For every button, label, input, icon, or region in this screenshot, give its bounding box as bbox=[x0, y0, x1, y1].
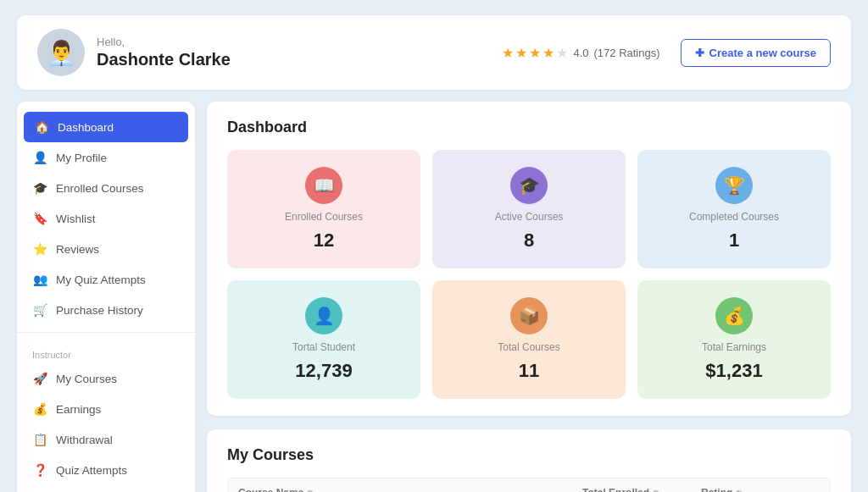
enrolled-stat-label: Enrolled Courses bbox=[285, 211, 363, 223]
create-course-button[interactable]: ✚ Create a new course bbox=[681, 39, 831, 67]
enrolled-stat-icon: 📖 bbox=[305, 167, 342, 204]
completed-stat-value: 1 bbox=[729, 229, 739, 252]
courses-table: Course Name ⇅ Total Enrolled ⇅ Rating ⇅ bbox=[227, 478, 831, 492]
sidebar-item-quiz-attempts-instructor[interactable]: ❓ Quiz Attempts bbox=[17, 455, 195, 485]
sidebar-item-my-courses[interactable]: 🚀 My Courses bbox=[17, 363, 195, 394]
sidebar-label-quiz-attempts: Quiz Attempts bbox=[56, 464, 127, 477]
stats-grid: 📖 Enrolled Courses 12 🎓 Active Courses 8… bbox=[227, 150, 831, 399]
sidebar-item-enrolled-courses[interactable]: 🎓 Enrolled Courses bbox=[17, 173, 195, 203]
sidebar-label-my-profile: My Profile bbox=[56, 152, 107, 164]
dashboard-icon: 🏠 bbox=[34, 120, 49, 134]
active-stat-label: Active Courses bbox=[495, 211, 564, 223]
stat-completed: 🏆 Completed Courses 1 bbox=[637, 150, 831, 268]
star-3: ★ bbox=[529, 45, 541, 61]
stat-total-student: 👤 Tortal Student 12,739 bbox=[227, 280, 420, 399]
my-courses-card: My Courses Course Name ⇅ Total Enrolled … bbox=[207, 429, 851, 492]
total-student-stat-label: Tortal Student bbox=[292, 341, 355, 353]
sidebar-item-qa[interactable]: 💬 Question & Answer bbox=[17, 485, 195, 492]
sidebar-label-purchase: Purchase History bbox=[56, 304, 143, 317]
stars: ★ ★ ★ ★ ★ bbox=[502, 45, 568, 61]
reviews-icon: ⭐ bbox=[32, 242, 47, 256]
content: Dashboard 📖 Enrolled Courses 12 🎓 Active… bbox=[207, 102, 851, 492]
sort-icon-name: ⇅ bbox=[307, 489, 314, 493]
dashboard-title: Dashboard bbox=[227, 119, 831, 136]
rating-value: 4.0 bbox=[573, 47, 588, 59]
sort-icon-enrolled: ⇅ bbox=[653, 489, 659, 493]
completed-stat-label: Completed Courses bbox=[689, 211, 779, 223]
header-right: ★ ★ ★ ★ ★ 4.0 (172 Ratings) ✚ Create a n… bbox=[502, 39, 831, 67]
sidebar-label-enrolled: Enrolled Courses bbox=[56, 182, 144, 195]
total-student-stat-value: 12,739 bbox=[295, 360, 352, 382]
sidebar-label-withdrawal: Withdrawal bbox=[56, 434, 113, 446]
quiz-icon: 👥 bbox=[32, 273, 47, 286]
main-layout: 🏠 Dashboard 👤 My Profile 🎓 Enrolled Cour… bbox=[17, 102, 851, 492]
sidebar: 🏠 Dashboard 👤 My Profile 🎓 Enrolled Cour… bbox=[17, 102, 195, 492]
instructor-section-label: Instructor bbox=[17, 340, 195, 363]
purchase-icon: 🛒 bbox=[32, 303, 47, 317]
header-left: 👨‍💼 Hello, Dashonte Clarke bbox=[37, 29, 231, 76]
sidebar-label-wishlist: Wishlist bbox=[56, 213, 96, 225]
dashboard-card: Dashboard 📖 Enrolled Courses 12 🎓 Active… bbox=[207, 102, 851, 416]
active-stat-value: 8 bbox=[524, 229, 534, 252]
table-header: Course Name ⇅ Total Enrolled ⇅ Rating ⇅ bbox=[227, 478, 831, 492]
col-course-name: Course Name ⇅ bbox=[238, 487, 582, 492]
greeting-name: Dashonte Clarke bbox=[97, 50, 231, 69]
total-courses-stat-value: 11 bbox=[519, 360, 539, 382]
profile-icon: 👤 bbox=[32, 151, 47, 164]
total-earnings-stat-value: $1,231 bbox=[705, 360, 762, 382]
stat-active: 🎓 Active Courses 8 bbox=[432, 150, 626, 268]
wishlist-icon: 🔖 bbox=[32, 212, 47, 225]
total-student-stat-icon: 👤 bbox=[305, 297, 342, 334]
total-earnings-stat-label: Total Earnings bbox=[702, 341, 766, 353]
sidebar-label-earnings: Earnings bbox=[56, 403, 101, 416]
col-rating: Rating ⇅ bbox=[701, 487, 820, 492]
sidebar-item-withdrawal[interactable]: 📋 Withdrawal bbox=[17, 424, 195, 455]
active-stat-icon: 🎓 bbox=[510, 167, 548, 204]
enrolled-stat-value: 12 bbox=[314, 229, 334, 252]
quiz-attempts-icon: ❓ bbox=[32, 463, 47, 477]
sidebar-label-quiz: My Quiz Attempts bbox=[56, 274, 146, 286]
earnings-icon: 💰 bbox=[32, 402, 47, 416]
greeting-hello: Hello, bbox=[97, 36, 231, 48]
sidebar-item-wishlist[interactable]: 🔖 Wishlist bbox=[17, 203, 195, 234]
my-courses-icon: 🚀 bbox=[32, 372, 47, 385]
star-4: ★ bbox=[542, 45, 554, 61]
sidebar-label-reviews: Reviews bbox=[56, 243, 99, 256]
total-courses-stat-label: Total Courses bbox=[498, 341, 559, 353]
my-courses-title: My Courses bbox=[227, 446, 831, 464]
stat-total-courses: 📦 Total Courses 11 bbox=[432, 280, 626, 399]
completed-stat-icon: 🏆 bbox=[715, 167, 753, 204]
sidebar-item-reviews[interactable]: ⭐ Reviews bbox=[17, 234, 195, 264]
sidebar-item-dashboard[interactable]: 🏠 Dashboard bbox=[24, 112, 188, 142]
col-total-enrolled: Total Enrolled ⇅ bbox=[582, 487, 701, 492]
sidebar-item-quiz-attempts[interactable]: 👥 My Quiz Attempts bbox=[17, 264, 195, 295]
greeting-block: Hello, Dashonte Clarke bbox=[97, 36, 231, 69]
total-earnings-stat-icon: 💰 bbox=[715, 297, 753, 334]
sidebar-item-my-profile[interactable]: 👤 My Profile bbox=[17, 142, 195, 173]
rating-count: (172 Ratings) bbox=[594, 47, 660, 59]
sidebar-label-my-courses: My Courses bbox=[56, 373, 117, 385]
rating-area: ★ ★ ★ ★ ★ 4.0 (172 Ratings) bbox=[502, 45, 659, 61]
withdrawal-icon: 📋 bbox=[32, 433, 47, 446]
sort-icon-rating: ⇅ bbox=[736, 489, 743, 493]
total-courses-stat-icon: 📦 bbox=[510, 297, 548, 334]
stat-total-earnings: 💰 Total Earnings $1,231 bbox=[637, 280, 831, 399]
plus-icon: ✚ bbox=[695, 47, 704, 59]
sidebar-label-dashboard: Dashboard bbox=[58, 121, 114, 134]
stat-enrolled: 📖 Enrolled Courses 12 bbox=[227, 150, 420, 268]
sidebar-item-purchase-history[interactable]: 🛒 Purchase History bbox=[17, 295, 195, 325]
sidebar-item-earnings[interactable]: 💰 Earnings bbox=[17, 394, 195, 424]
enrolled-icon: 🎓 bbox=[32, 181, 47, 195]
star-2: ★ bbox=[515, 45, 527, 61]
header: 👨‍💼 Hello, Dashonte Clarke ★ ★ ★ ★ ★ 4.0… bbox=[17, 15, 851, 90]
star-1: ★ bbox=[502, 45, 514, 61]
avatar: 👨‍💼 bbox=[37, 29, 85, 76]
create-btn-label: Create a new course bbox=[709, 47, 816, 59]
star-5: ★ bbox=[556, 45, 568, 61]
divider-1 bbox=[17, 332, 195, 333]
